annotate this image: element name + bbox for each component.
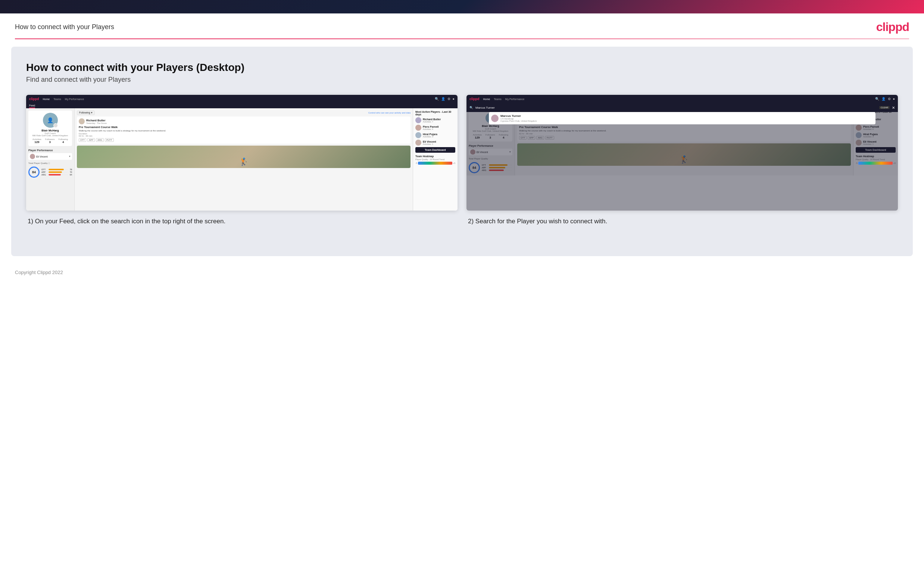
mini-golf-image-2: 🏌️ <box>517 143 851 166</box>
mini-player-item-2-2: Piers ParnellActivities: 4 <box>856 125 896 131</box>
mini-result-club-2: Cypress Point Club, United Kingdom <box>500 120 537 122</box>
mini-player-avatar-sm-1 <box>30 154 35 159</box>
mini-player-avatar-sm-2 <box>470 149 476 154</box>
mini-perf-title-2: Player Performance <box>469 144 512 147</box>
settings-icon-2: ⚙ <box>888 97 891 101</box>
mini-center-1: Following ▾ Control who can see your act… <box>74 108 413 211</box>
mini-right-1: Most Active Players - Last 30 days Richa… <box>413 108 458 211</box>
mini-heatmap-bar-2 <box>858 162 893 165</box>
mini-result-name-2: Marcus Turner <box>500 114 537 118</box>
logo: clippd <box>876 20 909 34</box>
mini-quality-score-2: 84 <box>469 162 480 173</box>
mini-body-1: 👤 Blair McHarg Golf Coach Mill Ride Golf… <box>26 108 458 211</box>
mini-logo-2: clippd <box>469 97 479 101</box>
mini-player-item-2-4: Eli VincentActivities: 1 <box>856 140 896 146</box>
article-title: How to connect with your Players (Deskto… <box>26 62 898 73</box>
screenshot-panel-2: clippd Home Teams My Performance 🔍 👤 ⚙ ● <box>466 95 898 226</box>
mini-heatmap-sub-1: Player Quality · 20 Round Trend <box>415 158 455 161</box>
mini-nav-icons-1: 🔍 👤 ⚙ ● <box>435 97 455 101</box>
mini-sidebar-1: 👤 Blair McHarg Golf Coach Mill Ride Golf… <box>26 108 74 211</box>
search-bar-icon: 🔍 <box>469 106 473 109</box>
mini-activity-desc-1: Walking the course with my coach to buil… <box>79 130 409 132</box>
screenshot-panel-1: clippd Home Teams My Performance 🔍 👤 ⚙ ● <box>26 95 458 226</box>
mini-feed-tab-1: Feed <box>26 103 458 108</box>
step-2-description: 2) Search for the Player you wish to con… <box>466 217 898 226</box>
mini-heatmap-sub-2: Player Quality · 20 Round Trend <box>856 158 896 161</box>
mini-player-name-1: Eli Vincent <box>36 155 68 158</box>
mini-nav-home-2: Home <box>483 98 490 101</box>
search-overlay-container: 🔍 Marcus Turner CLEAR ✕ Marcus <box>466 103 898 124</box>
mini-nav-performance-2: My Performance <box>505 98 524 101</box>
mini-stats-2: Activities129 Followers3 Following4 <box>471 134 510 139</box>
page-footer: Copyright Clippd 2022 <box>0 264 924 281</box>
mini-heatmap-bar-1 <box>418 162 452 165</box>
mini-control-link-1[interactable]: Control who can see your activity and da… <box>368 112 411 114</box>
mini-profile-name-1: Blair McHarg <box>31 129 70 132</box>
screenshots-row: clippd Home Teams My Performance 🔍 👤 ⚙ ● <box>26 95 898 226</box>
mini-result-avatar-2 <box>491 115 498 122</box>
mini-stats-1: Activities129 Followers3 Following4 <box>31 138 70 144</box>
mini-activity-title-1: Pre Tournament Course Walk <box>79 125 409 129</box>
mini-duration-1: Duration02 hr : 00 min <box>79 133 409 137</box>
page-title: How to connect with your Players <box>15 23 114 31</box>
mini-player-item-1: Richard ButlerActivities: 7 <box>415 117 455 123</box>
mini-search-result-2: Marcus Turner 1·5 Handicap Cypress Point… <box>489 112 875 124</box>
article-subtitle: Find and connect with your Players <box>26 76 898 84</box>
step-1-description: 1) On your Feed, click on the search ico… <box>26 217 458 226</box>
mini-nav-performance: My Performance <box>65 98 84 101</box>
mini-duration-2: 02 hr : 00 min <box>519 133 849 135</box>
mini-profile-club-2: Mill Ride Golf Club, United Kingdom <box>471 130 510 132</box>
mini-heatmap-title-2: Team Heatmap <box>856 155 896 157</box>
copyright-text: Copyright Clippd 2022 <box>15 270 63 275</box>
search-icon[interactable]: 🔍 <box>435 97 439 101</box>
mini-team-dashboard-btn-2[interactable]: Team Dashboard <box>856 147 896 153</box>
mini-golf-image-1: 🏌️ <box>77 146 411 168</box>
mini-quality-score-1: 84 <box>28 167 40 178</box>
mini-heatmap-title-1: Team Heatmap <box>415 155 455 157</box>
mini-following-btn-1[interactable]: Following ▾ <box>77 110 95 115</box>
avatar-icon-2: ● <box>893 97 895 101</box>
mini-player-select-1[interactable]: Eli Vincent ▾ <box>28 153 72 160</box>
mini-tags-2: OTT APP ARG PUTT <box>519 136 849 140</box>
mini-nav-home: Home <box>43 98 50 101</box>
mini-nav-icons-2: 🔍 👤 ⚙ ● <box>875 97 895 101</box>
mini-dropdown-icon-1: ▾ <box>69 155 71 158</box>
mini-player-name-2: Eli Vincent <box>477 151 508 153</box>
mini-following-row-1: Following ▾ Control who can see your act… <box>77 110 411 115</box>
mini-result-item-2[interactable]: Marcus Turner 1·5 Handicap Cypress Point… <box>491 114 873 122</box>
mini-activity-title-2: Pre Tournament Course Walk <box>519 125 849 129</box>
mini-perf-title-1: Player Performance <box>28 149 72 152</box>
avatar-icon: ● <box>453 97 455 101</box>
mini-ui-1: clippd Home Teams My Performance 🔍 👤 ⚙ ● <box>26 95 458 211</box>
mini-profile-1: 👤 Blair McHarg Golf Coach Mill Ride Golf… <box>28 110 72 146</box>
mini-nav-teams: Teams <box>53 98 61 101</box>
close-search-button-2[interactable]: ✕ <box>892 106 895 110</box>
mini-nav-teams-2: Teams <box>494 98 502 101</box>
page-header: How to connect with your Players clippd <box>0 13 924 39</box>
header-divider <box>15 39 909 39</box>
mini-team-dashboard-btn-1[interactable]: Team Dashboard <box>415 147 455 153</box>
top-bar <box>0 0 924 13</box>
mini-nav-1: clippd Home Teams My Performance 🔍 👤 ⚙ ● <box>26 95 458 103</box>
search-icon-2[interactable]: 🔍 <box>875 97 879 101</box>
screenshot-frame-1: clippd Home Teams My Performance 🔍 👤 ⚙ ● <box>26 95 458 211</box>
screenshot-frame-2: clippd Home Teams My Performance 🔍 👤 ⚙ ● <box>466 95 898 211</box>
settings-icon: ⚙ <box>447 97 450 101</box>
mini-result-info-2: Marcus Turner 1·5 Handicap Cypress Point… <box>500 114 537 122</box>
mini-player-item-2-3: Hiral PujaraActivities: 3 <box>856 132 896 138</box>
mini-activity-card-1: Richard Butler Yesterday · The Grove Pre… <box>77 117 411 144</box>
mini-player-item-4: Eli VincentActivities: 1 <box>415 140 455 146</box>
mini-search-bar-2: 🔍 Marcus Turner CLEAR ✕ <box>466 103 898 112</box>
mini-bars-1: OTT 79 APP 70 <box>41 169 72 176</box>
mini-tags-1: OTT APP ARG PUTT <box>79 138 409 142</box>
mini-profile-club-1: Mill Ride Golf Club, United Kingdom <box>31 135 70 136</box>
mini-most-active-title-1: Most Active Players - Last 30 days <box>415 110 455 116</box>
user-icon-2: 👤 <box>882 97 885 101</box>
mini-player-select-2[interactable]: Eli Vincent ▾ <box>469 149 512 155</box>
mini-profile-name-2: Blair McHarg <box>471 124 510 128</box>
search-input-2[interactable]: Marcus Turner <box>476 106 877 109</box>
mini-tab-feed-1: Feed <box>29 104 35 108</box>
clear-button-2[interactable]: CLEAR <box>879 106 890 109</box>
mini-logo-1: clippd <box>29 97 39 101</box>
mini-dropdown-icon-2: ▾ <box>510 151 511 153</box>
